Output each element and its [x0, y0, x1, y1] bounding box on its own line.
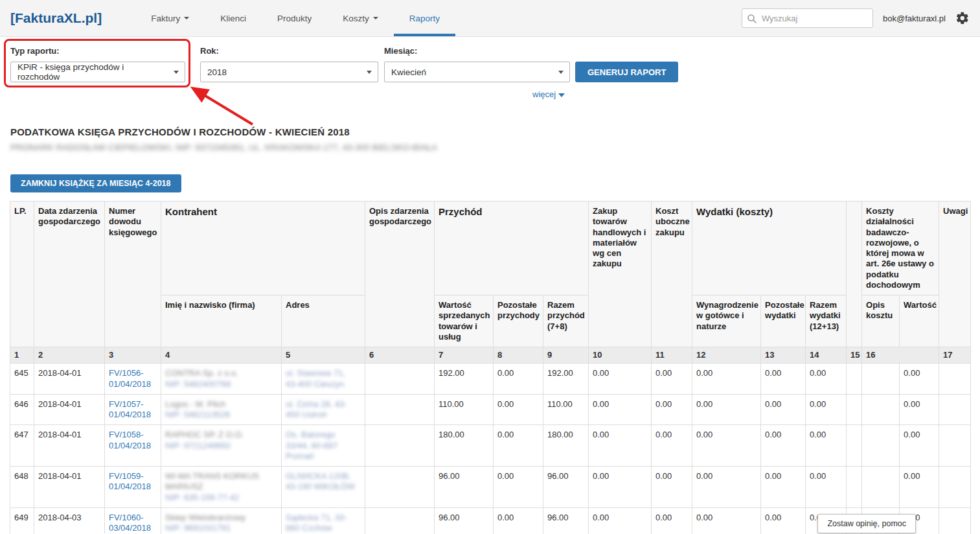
cell-c7: 96.00 [435, 507, 494, 534]
col-header-lp: LP. [10, 202, 34, 347]
cell-c11: 0.00 [652, 507, 692, 534]
colnum-5: 5 [282, 347, 365, 364]
cell-dowod: FV/1060-03/04/2018 [105, 507, 161, 534]
colnum-6: 6 [365, 347, 435, 364]
annotation-arrow [189, 83, 260, 132]
feedback-button[interactable]: Zostaw opinię, pomoc [817, 514, 916, 533]
page-title: PODATKOWA KSIĘGA PRZYCHODÓW I ROZCHODÓW … [10, 126, 970, 137]
cell-opis [365, 467, 435, 508]
contractor-line-blurred: RAPHOC SP. Z O.O. [165, 430, 277, 440]
col-header-koszt-uboczne: Koszt uboczne zakupu [652, 202, 692, 347]
account-email[interactable]: bok@fakturaxl.pl [883, 14, 946, 23]
cell-adres: Sądecka 71, 33-860 Czchów [282, 507, 365, 534]
address-line-blurred: Sądecka 71, 33-860 Czchów [286, 513, 361, 534]
cell-c11: 0.00 [652, 425, 692, 467]
cell-c8: 0.00 [494, 507, 543, 534]
colnum-16: 16 [862, 347, 939, 364]
col-header-imie: Imię i nazwisko (firma) [161, 296, 282, 347]
colnum-7: 7 [435, 347, 494, 364]
cell-c14: 0.00 [806, 467, 847, 508]
cell-lp: 647 [10, 425, 34, 467]
contractor-line-blurred: Sklep Wielobranżowy [165, 513, 277, 523]
cell-opis [365, 394, 435, 425]
cell-lp: 645 [10, 364, 34, 395]
col-header-opis: Opis zdarzenia gospodarczego [365, 202, 435, 347]
nav-raporty[interactable]: Raporty [394, 0, 455, 36]
cell-c13: 0.00 [761, 394, 806, 425]
cell-c16_wartosc: 0.00 [900, 394, 939, 425]
cell-c7: 192.00 [435, 364, 494, 395]
cell-dowod: FV/1056-01/04/2018 [105, 364, 161, 395]
document-link[interactable]: FV/1057-01/04/2018 [109, 399, 151, 419]
nav-faktury[interactable]: Faktury [135, 0, 205, 36]
col-header-15 [847, 202, 862, 347]
contractor-line-blurred: NIP: 635-159-77-42 [165, 493, 277, 503]
document-link[interactable]: FV/1059-01/04/2018 [109, 471, 151, 491]
settings-gear-icon[interactable] [955, 11, 970, 25]
cell-c16_opis [862, 467, 900, 508]
logo[interactable]: [FakturaXL.pl] [10, 0, 102, 36]
colnum-13: 13 [761, 347, 806, 364]
report-type-label: Typ raportu: [10, 46, 185, 56]
cell-adres: ul. Stawowa 71,43-400 Cieszyn [282, 364, 365, 395]
cell-uwagi [939, 507, 971, 534]
table-row: 6452018-04-01FV/1056-01/04/2018CONTRA Sp… [10, 364, 971, 395]
cell-c8: 0.00 [494, 394, 543, 425]
colnum-3: 3 [105, 347, 161, 364]
cell-c7: 180.00 [435, 425, 494, 467]
cell-c10: 0.00 [589, 507, 652, 534]
cell-data: 2018-04-01 [34, 467, 105, 508]
contractor-line-blurred: NIP: 9691031791 [165, 523, 277, 533]
report-type-select[interactable]: KPiR - księga przychodów i rozchodów [10, 62, 185, 82]
col-header-wydatki: Wydatki (koszty) [692, 202, 847, 296]
col-header-wynagrodzenie: Wynagrodzenie w gotówce i naturze [692, 296, 761, 347]
col-header-przychod-pozostale: Pozostałe przychody [494, 296, 543, 347]
nav-produkty[interactable]: Produkty [262, 0, 327, 36]
cell-c15 [847, 425, 862, 467]
document-link[interactable]: FV/1060-03/04/2018 [109, 513, 151, 533]
nav-klienci[interactable]: Klienci [205, 0, 262, 36]
col-header-opis-kosztu: Opis kosztu [862, 296, 900, 347]
year-select[interactable]: 2018 [200, 62, 378, 82]
address-line-blurred: ul. Cicha 28, 43-450 Ustroń [286, 399, 361, 421]
colnum-1: 1 [10, 347, 34, 364]
month-select[interactable]: Kwiecień [384, 62, 570, 82]
cell-c9: 110.00 [543, 394, 589, 425]
cell-c16_wartosc: 0.00 [900, 364, 939, 395]
cell-adres: ul. Cicha 28, 43-450 Ustroń [282, 394, 365, 425]
cell-opis [365, 364, 435, 395]
colnum-12: 12 [692, 347, 761, 364]
cell-c10: 0.00 [589, 394, 652, 425]
close-month-button[interactable]: ZAMKNIJ KSIĄŻKĘ ZA MIESIĄC 4-2018 [10, 174, 181, 192]
cell-data: 2018-04-01 [34, 425, 105, 467]
cell-c16_wartosc: 0.00 [900, 425, 939, 467]
generate-report-button[interactable]: GENERUJ RAPORT [575, 62, 678, 82]
cell-c7: 110.00 [435, 394, 494, 425]
document-link[interactable]: FV/1056-01/04/2018 [109, 368, 151, 388]
cell-c10: 0.00 [589, 364, 652, 395]
cell-c11: 0.00 [652, 467, 692, 508]
address-line-blurred: 43-190 MIKOŁÓW [286, 482, 361, 492]
table-row: 6482018-04-01FV/1059-01/04/2018WI-MA TRA… [10, 467, 971, 508]
address-line-blurred: ul. Stawowa 71, [286, 368, 361, 378]
cell-lp: 648 [10, 467, 34, 508]
more-link[interactable]: więcej [532, 89, 565, 99]
col-header-zakup: Zakup towarów handlowych i materiałów wg… [589, 202, 652, 347]
search-input[interactable] [760, 10, 867, 27]
cell-c8: 0.00 [494, 425, 543, 467]
caret-down-icon [373, 17, 378, 19]
cell-data: 2018-04-01 [34, 364, 105, 395]
col-header-data: Data zdarzenia gospodarczego [34, 202, 105, 347]
company-info-blurred: PRONARK RADOSŁAW CIEPIELOWSKI, NIP: 9372… [10, 143, 535, 152]
address-line-blurred: GLIWICKA 120B, [286, 471, 361, 482]
nav-faktury-label: Faktury [151, 14, 180, 23]
contractor-line-blurred: NIP: 9721249692 [165, 441, 277, 451]
cell-dowod: FV/1057-01/04/2018 [105, 394, 161, 425]
cell-c13: 0.00 [761, 467, 806, 508]
col-header-przychod-razem: Razem przychód (7+8) [543, 296, 589, 347]
document-link[interactable]: FV/1058-01/04/2018 [109, 430, 151, 450]
table-row: 6472018-04-01FV/1058-01/04/2018RAPHOC SP… [10, 425, 971, 467]
cell-c9: 180.00 [543, 425, 589, 467]
cell-opis [365, 507, 435, 534]
nav-koszty[interactable]: Koszty [327, 0, 394, 36]
